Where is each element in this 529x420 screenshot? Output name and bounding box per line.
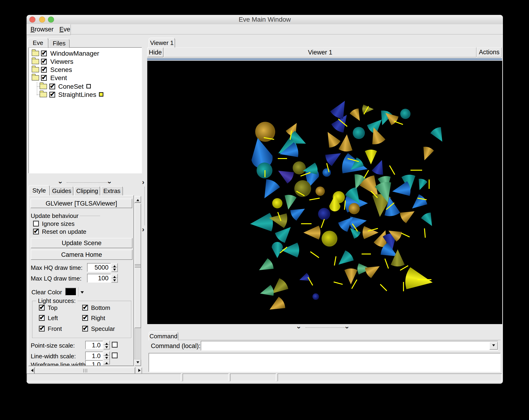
scroll-up-button[interactable] bbox=[134, 196, 141, 203]
collapse-down-icon[interactable]: › bbox=[344, 327, 351, 329]
zoom-window-button[interactable] bbox=[48, 16, 54, 23]
tree-checkbox[interactable] bbox=[49, 92, 55, 98]
status-segment-4 bbox=[278, 373, 502, 381]
gl-viewport[interactable] bbox=[147, 61, 502, 324]
folder-icon bbox=[32, 67, 39, 72]
spin-up-button[interactable] bbox=[111, 263, 118, 267]
panel-vsplitter[interactable]: › › bbox=[143, 35, 147, 373]
tree-checkbox[interactable] bbox=[41, 59, 47, 65]
collapse-right-icon[interactable]: › bbox=[142, 226, 144, 233]
command-input[interactable] bbox=[201, 341, 498, 351]
wireframe-stepper[interactable] bbox=[103, 360, 110, 366]
max-lq-stepper[interactable] bbox=[111, 274, 118, 283]
collapse-up-icon[interactable]: › bbox=[57, 181, 64, 184]
tree-checkbox[interactable] bbox=[49, 84, 55, 89]
point-size-override-checkbox[interactable] bbox=[112, 342, 118, 348]
collapse-right-icon[interactable]: › bbox=[142, 179, 144, 185]
splitter-dots bbox=[66, 182, 107, 183]
tree-item-event[interactable]: Event bbox=[29, 74, 142, 82]
minimize-window-button[interactable] bbox=[39, 16, 45, 23]
line-width-stepper[interactable] bbox=[103, 351, 110, 360]
point-size-stepper[interactable] bbox=[103, 341, 110, 349]
menu-eve[interactable]: Eve bbox=[59, 25, 70, 34]
light-top-checkbox[interactable] bbox=[39, 305, 45, 311]
hide-button[interactable]: Hide bbox=[147, 48, 163, 57]
render-state-box[interactable] bbox=[99, 92, 103, 97]
editor-hscrollbar[interactable] bbox=[28, 368, 142, 374]
tree-item-label: StraightLines bbox=[58, 91, 96, 98]
light-bottom-checkbox[interactable] bbox=[82, 305, 88, 311]
wireframe-line-width-field[interactable]: 1.0 bbox=[85, 360, 103, 366]
collapse-down-icon[interactable]: › bbox=[106, 181, 113, 184]
camera-home-button[interactable]: Camera Home bbox=[31, 249, 132, 260]
wireframe-line-width-label: Wireframe line width bbox=[31, 361, 86, 366]
line-width-field[interactable]: 1.0 bbox=[85, 352, 103, 360]
straight-line-glyph bbox=[310, 252, 319, 258]
ignore-sizes-checkbox[interactable] bbox=[33, 221, 39, 226]
render-state-box[interactable] bbox=[86, 84, 91, 89]
light-right-checkbox[interactable] bbox=[82, 315, 88, 321]
tab-style[interactable]: Style bbox=[28, 185, 50, 195]
scroll-right-button[interactable] bbox=[136, 368, 142, 374]
tree-checkbox[interactable] bbox=[41, 67, 47, 73]
tab-extras[interactable]: Extras bbox=[101, 186, 123, 195]
tree-item-viewers[interactable]: Viewers bbox=[29, 58, 142, 66]
scroll-down-button[interactable] bbox=[134, 359, 141, 366]
max-hq-stepper[interactable] bbox=[111, 263, 118, 272]
command-dropdown-button[interactable] bbox=[489, 342, 498, 350]
straight-line-glyph bbox=[401, 233, 410, 237]
spin-up-button[interactable] bbox=[103, 341, 110, 345]
clear-color-swatch[interactable] bbox=[65, 288, 76, 296]
tab-files[interactable]: Files bbox=[49, 39, 70, 48]
command-output-area[interactable] bbox=[148, 353, 501, 372]
spin-up-button[interactable] bbox=[103, 360, 110, 364]
glviewer-button[interactable]: GLViewer [TGLSAViewer] bbox=[30, 198, 132, 208]
straight-line-glyph bbox=[321, 219, 324, 228]
title-bar[interactable]: Eve Main Window bbox=[26, 15, 503, 25]
scroll-left-button[interactable] bbox=[28, 368, 34, 374]
editor-vscrollbar[interactable] bbox=[134, 196, 141, 366]
actions-button[interactable]: Actions bbox=[477, 48, 502, 57]
tab-clipping[interactable]: Clipping bbox=[74, 186, 100, 195]
close-window-button[interactable] bbox=[29, 16, 35, 23]
cone-glyph bbox=[272, 242, 283, 258]
spin-up-button[interactable] bbox=[111, 274, 118, 278]
tab-eve[interactable]: Eve bbox=[27, 38, 48, 48]
line-width-override-checkbox[interactable] bbox=[112, 353, 118, 358]
tab-viewer-1[interactable]: Viewer 1 bbox=[148, 38, 175, 48]
light-front-checkbox[interactable] bbox=[39, 326, 45, 331]
tree-item-windowmanager[interactable]: WindowManager bbox=[29, 50, 142, 57]
tree-checkbox[interactable] bbox=[41, 75, 47, 81]
spin-down-button[interactable] bbox=[111, 267, 118, 272]
scroll-thumb[interactable] bbox=[134, 203, 141, 328]
light-left-checkbox[interactable] bbox=[39, 315, 45, 321]
tree-item-scenes[interactable]: Scenes bbox=[29, 66, 142, 74]
clear-color-dropdown-icon[interactable] bbox=[80, 290, 84, 295]
viewer-title-bar[interactable]: Viewer 1 bbox=[164, 48, 476, 57]
light-specular-checkbox[interactable] bbox=[82, 326, 88, 331]
menu-browser[interactable]: Browser bbox=[30, 25, 53, 34]
max-lq-field[interactable]: 100 bbox=[87, 274, 111, 283]
spin-down-button[interactable] bbox=[103, 356, 110, 360]
point-size-field[interactable]: 1.0 bbox=[85, 341, 103, 349]
cone-glyph bbox=[289, 203, 308, 222]
cone-glyph bbox=[408, 193, 429, 213]
tab-command[interactable]: Command bbox=[148, 331, 178, 340]
scroll-thumb[interactable] bbox=[35, 368, 135, 374]
max-hq-field[interactable]: 5000 bbox=[87, 263, 111, 272]
spin-down-button[interactable] bbox=[103, 345, 110, 349]
reset-on-update-checkbox[interactable] bbox=[33, 229, 39, 235]
update-scene-button[interactable]: Update Scene bbox=[31, 238, 132, 248]
collapse-up-icon[interactable]: › bbox=[296, 327, 303, 329]
spin-down-button[interactable] bbox=[111, 278, 118, 283]
tree-checkbox[interactable] bbox=[41, 51, 47, 56]
cone-glyph bbox=[419, 145, 434, 162]
tree-item-coneset[interactable]: ConeSet bbox=[29, 83, 142, 91]
max-hq-label: Max HQ draw time: bbox=[31, 264, 83, 272]
tab-guides[interactable]: Guides bbox=[50, 186, 73, 195]
tree-editor-splitter[interactable]: › › bbox=[28, 180, 142, 185]
spin-up-button[interactable] bbox=[103, 351, 110, 356]
viewer-command-splitter[interactable]: › › bbox=[147, 326, 502, 330]
tree-item-straightlines[interactable]: StraightLines bbox=[29, 91, 142, 99]
straight-line-glyph bbox=[334, 282, 343, 284]
